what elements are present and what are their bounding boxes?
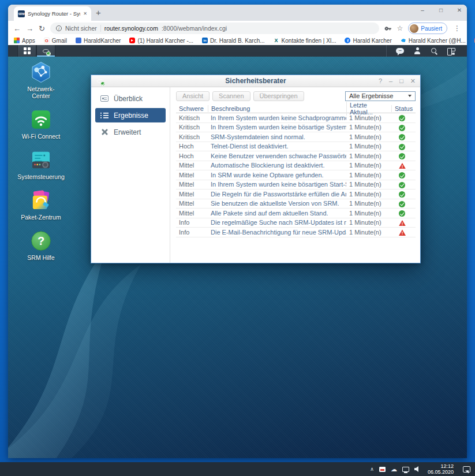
bookmarks-bar: Apps Gmail HaraldKarcher (1) Harald Karc… bbox=[8, 36, 467, 45]
status-icon bbox=[399, 220, 406, 226]
dialog-title-bar[interactable]: Sicherheitsberater ? – □ ✕ bbox=[91, 75, 420, 87]
security-advisor-icon bbox=[96, 77, 104, 85]
reload-icon[interactable]: ↻ bbox=[39, 25, 45, 32]
desktop-icon-package-center[interactable]: Paket-Zentrum bbox=[18, 189, 63, 221]
list-icon bbox=[100, 112, 109, 118]
table-row[interactable]: Mittel Alle Pakete sind auf dem aktuelle… bbox=[176, 209, 416, 218]
srm-desktop: Netzwerk-Center Wi-Fi Connect bbox=[8, 57, 467, 458]
table-row[interactable]: Kritisch In Ihrem System wurden keine Sc… bbox=[176, 113, 416, 123]
back-icon[interactable]: ← bbox=[13, 25, 21, 32]
desktop-icon-label: Paket-Zentrum bbox=[21, 214, 61, 221]
table-row[interactable]: Mittel Sie benutzen die aktuellste Versi… bbox=[176, 199, 416, 209]
sidebar-item-label: Ergebnisse bbox=[114, 111, 148, 120]
table-row[interactable]: Mittel In Ihrem System wurden keine bösa… bbox=[176, 180, 416, 190]
bookmark-item[interactable]: Harald Karcher bbox=[345, 38, 391, 44]
tray-chevron-up-icon[interactable]: ∧ bbox=[370, 466, 374, 472]
svg-text:?: ? bbox=[38, 235, 44, 247]
site-info-icon[interactable]: i bbox=[56, 25, 62, 31]
dialog-close-icon[interactable]: ✕ bbox=[410, 77, 416, 85]
tab-close-icon[interactable]: ✕ bbox=[83, 11, 87, 16]
desktop-icon-srm-help[interactable]: ? SRM Hilfe bbox=[18, 229, 63, 261]
dialog-help-icon[interactable]: ? bbox=[379, 77, 382, 85]
table-row[interactable]: Mittel In SRM wurde keine Optware gefund… bbox=[176, 170, 416, 180]
desktop-icon-label: Wi-Fi Connect bbox=[22, 133, 61, 140]
tab-title: Synology Router - SynologyRout... bbox=[28, 10, 80, 17]
severity-cell: Hoch bbox=[176, 143, 208, 150]
tray-cloud-icon[interactable]: ☁ bbox=[391, 466, 397, 473]
dialog-minimize-icon[interactable]: – bbox=[389, 77, 392, 85]
desktop-icon-label: Systemsteuerung bbox=[17, 173, 65, 180]
search-icon[interactable] bbox=[431, 47, 437, 54]
browser-menu-icon[interactable]: ⋮ bbox=[452, 24, 462, 32]
table-row[interactable]: Mittel Automatische Blockierung ist deak… bbox=[176, 161, 416, 171]
table-row[interactable]: Mittel Die Regeln für die Passwortstärke… bbox=[176, 189, 416, 199]
desktop-icon-label: SRM Hilfe bbox=[27, 254, 54, 261]
window-maximize-button[interactable]: □ bbox=[437, 7, 445, 13]
widgets-icon[interactable] bbox=[447, 48, 455, 54]
bookmark-item[interactable]: Gmail bbox=[44, 38, 67, 44]
column-header-updated[interactable]: Letzte Aktual... bbox=[346, 102, 391, 116]
network-center-icon bbox=[29, 61, 53, 84]
window-close-button[interactable]: ✕ bbox=[455, 7, 463, 13]
profile-chip[interactable]: Pausiert bbox=[408, 23, 447, 34]
table-row[interactable]: Info Die E-Mail-Benachrichtigung für neu… bbox=[176, 228, 416, 237]
tray-app-icon[interactable] bbox=[379, 467, 386, 472]
column-header-description[interactable]: Beschreibung bbox=[208, 105, 346, 112]
updated-cell: 1 Minute(n) bbox=[346, 200, 391, 207]
desktop-icon-wifi-connect[interactable]: Wi-Fi Connect bbox=[18, 108, 63, 140]
taskbar-security-advisor-button[interactable] bbox=[36, 45, 55, 57]
description-cell: Keine Benutzer verwenden schwache Passwö… bbox=[208, 153, 346, 159]
main-menu-grid-icon bbox=[24, 47, 31, 54]
status-cell bbox=[391, 219, 416, 226]
table-row[interactable]: Hoch Telnet-Dienst ist deaktiviert. 1 Mi… bbox=[176, 142, 416, 152]
bookmark-label: Apps bbox=[22, 38, 35, 44]
table-row[interactable]: Hoch Keine Benutzer verwenden schwache P… bbox=[176, 151, 416, 161]
forward-icon[interactable]: → bbox=[26, 25, 33, 32]
status-cell bbox=[391, 229, 416, 236]
updated-cell: 1 Minute(n) bbox=[346, 219, 391, 226]
table-body: Kritisch In Ihrem System wurden keine Sc… bbox=[176, 113, 416, 237]
sidebar-item-results[interactable]: Ergebnisse bbox=[95, 108, 166, 122]
bookmark-item[interactable]: Apps bbox=[14, 38, 35, 44]
skip-button[interactable]: Überspringen bbox=[253, 91, 304, 101]
dialog-content: Ansicht Scannen Überspringen Alle Ergebn… bbox=[170, 87, 420, 263]
profile-status: Pausiert bbox=[421, 25, 442, 32]
view-button[interactable]: Ansicht bbox=[176, 91, 210, 101]
bookmark-item[interactable]: Harald Karcher (@H... bbox=[401, 38, 466, 44]
password-key-icon[interactable] bbox=[384, 25, 392, 32]
desktop-icon-control-panel[interactable]: Systemsteuerung bbox=[18, 148, 63, 180]
bookmark-label: (1) Harald Karcher -... bbox=[137, 38, 193, 44]
sidebar-item-advanced[interactable]: Erweitert bbox=[95, 125, 166, 139]
updated-cell: 1 Minute(n) bbox=[346, 172, 391, 178]
tray-volume-icon[interactable] bbox=[414, 466, 420, 472]
table-row[interactable]: Info Die regelmäßige Suche nach SRM-Upda… bbox=[176, 218, 416, 228]
address-bar[interactable]: i Nicht sicher router.synology.com:8000/… bbox=[50, 23, 379, 34]
desktop-icon-network-center[interactable]: Netzwerk-Center bbox=[18, 61, 63, 99]
notifications-icon[interactable] bbox=[396, 48, 404, 54]
severity-cell: Info bbox=[176, 219, 208, 226]
tray-network-icon[interactable] bbox=[402, 467, 409, 472]
table-header[interactable]: Schwere Beschreibung Letzte Aktual... St… bbox=[176, 104, 416, 113]
bookmark-item[interactable]: HaraldKarcher bbox=[76, 38, 121, 44]
new-tab-button[interactable]: + bbox=[96, 7, 101, 18]
security-advisor-icon bbox=[42, 47, 50, 55]
bookmark-star-icon[interactable]: ☆ bbox=[397, 24, 403, 32]
user-options-icon[interactable] bbox=[414, 47, 421, 54]
divider bbox=[100, 25, 101, 32]
main-menu-button[interactable] bbox=[17, 45, 36, 57]
dialog-maximize-icon[interactable]: □ bbox=[399, 77, 403, 85]
action-center-icon[interactable] bbox=[463, 466, 470, 473]
taskbar-clock[interactable]: 12:12 06.05.2020 bbox=[425, 463, 456, 475]
browser-tab[interactable]: SRM Synology Router - SynologyRout... ✕ bbox=[14, 6, 91, 21]
table-row[interactable]: Kritisch SRM-Systemdateien sind normal. … bbox=[176, 132, 416, 142]
bookmark-item[interactable]: Dr. Harald B. Karch... bbox=[202, 38, 264, 44]
column-header-status[interactable]: Status bbox=[391, 105, 416, 112]
results-filter-dropdown[interactable]: Alle Ergebnisse bbox=[345, 91, 416, 101]
scan-button[interactable]: Scannen bbox=[212, 91, 250, 101]
bookmark-item[interactable]: (1) Harald Karcher -... bbox=[129, 38, 193, 44]
column-header-severity[interactable]: Schwere bbox=[176, 105, 208, 112]
table-row[interactable]: Kritisch In Ihrem System wurden keine bö… bbox=[176, 123, 416, 133]
window-minimize-button[interactable]: – bbox=[418, 7, 427, 13]
sidebar-item-overview[interactable]: Überblick bbox=[95, 91, 166, 106]
bookmark-item[interactable]: Kontakte finden | Xl... bbox=[274, 38, 336, 44]
